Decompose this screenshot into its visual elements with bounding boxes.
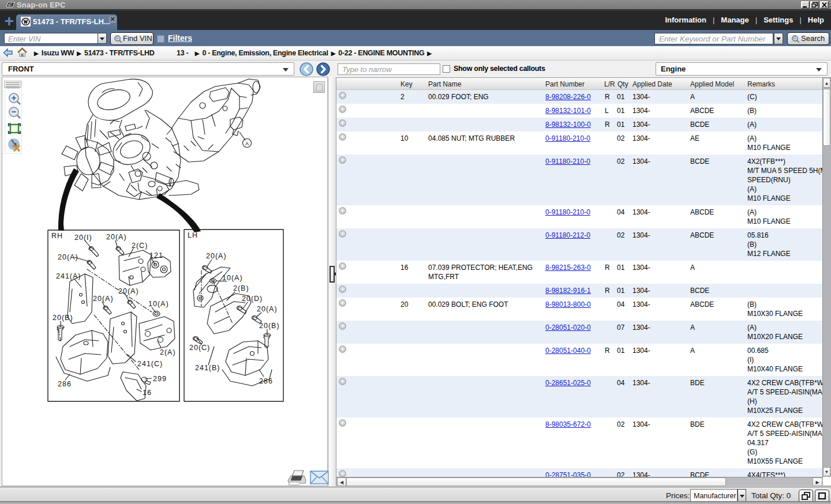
svg-text:10(A): 10(A) — [148, 300, 169, 308]
svg-text:16: 16 — [143, 389, 152, 397]
svg-text:2(B): 2(B) — [233, 284, 249, 292]
svg-text:A: A — [245, 141, 249, 146]
svg-text:299: 299 — [153, 375, 167, 383]
svg-text:20(A): 20(A) — [106, 233, 127, 241]
svg-text:LH: LH — [188, 231, 198, 239]
svg-text:121: 121 — [149, 251, 163, 259]
svg-text:20(A): 20(A) — [206, 252, 227, 260]
svg-text:2(A): 2(A) — [160, 348, 176, 356]
svg-text:286: 286 — [58, 380, 72, 388]
svg-text:241(B): 241(B) — [195, 364, 220, 372]
svg-text:20(A): 20(A) — [257, 305, 278, 313]
svg-text:20(C): 20(C) — [189, 344, 210, 352]
svg-text:286: 286 — [259, 377, 273, 385]
svg-text:20(A): 20(A) — [93, 295, 114, 303]
svg-text:20(I): 20(I) — [74, 234, 92, 242]
svg-text:2(C): 2(C) — [132, 242, 148, 250]
svg-text:20(A): 20(A) — [118, 287, 139, 295]
svg-text:10(A): 10(A) — [222, 274, 243, 282]
svg-text:241(A): 241(A) — [56, 272, 81, 280]
svg-text:20(D): 20(D) — [242, 295, 263, 303]
svg-text:RH: RH — [51, 232, 63, 240]
svg-text:241(C): 241(C) — [137, 360, 163, 368]
svg-text:20(B): 20(B) — [259, 322, 280, 330]
